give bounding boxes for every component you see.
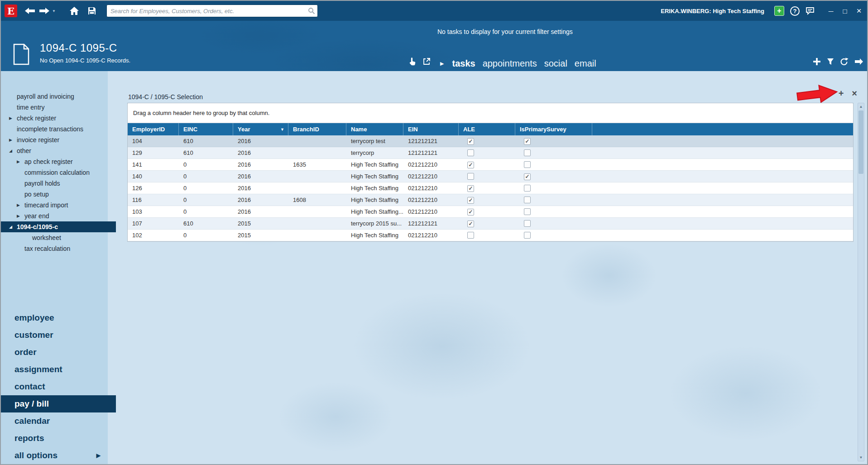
sidebar-item-timecard-import[interactable]: ▶timecard import — [1, 200, 108, 211]
sidebar-item-payroll-holds[interactable]: payroll holds — [1, 178, 108, 189]
sidebar-item-check-register[interactable]: ▶check register — [1, 113, 108, 124]
scrollbar-thumb[interactable] — [858, 110, 863, 174]
isprimarysurvey-checkbox[interactable]: ✓ — [524, 138, 531, 145]
isprimarysurvey-checkbox[interactable] — [524, 161, 531, 168]
history-dropdown-icon[interactable]: ▼ — [52, 9, 56, 13]
panel-add-button[interactable]: + — [839, 89, 844, 97]
nav-item-pay-bill[interactable]: pay / bill — [1, 395, 116, 412]
tree-collapsed-icon[interactable]: ▶ — [9, 138, 17, 142]
tree-collapsed-icon[interactable]: ▶ — [9, 116, 17, 120]
column-header-branchid[interactable]: BranchID — [288, 123, 346, 135]
ale-checkbox[interactable]: ✓ — [467, 162, 474, 168]
sidebar-item-invoice-register[interactable]: ▶invoice register — [1, 134, 108, 145]
ale-checkbox[interactable] — [467, 149, 474, 156]
nav-item-all-options[interactable]: all options▶ — [1, 447, 108, 464]
ale-checkbox[interactable] — [467, 232, 474, 239]
ale-checkbox[interactable]: ✓ — [467, 185, 474, 192]
forward-button[interactable] — [39, 7, 50, 14]
sidebar-item-1094-c-1095-c[interactable]: ◢1094-c/1095-c — [1, 221, 116, 232]
table-row[interactable]: 14002016High Tech Staffing021212210✓ — [128, 171, 853, 182]
isprimarysurvey-checkbox[interactable]: ✓ — [524, 173, 531, 180]
popout-button[interactable] — [423, 58, 431, 65]
sidebar-item-incomplete-transactions[interactable]: incomplete transactions — [1, 124, 108, 134]
sidebar-item-year-end[interactable]: ▶year end — [1, 211, 108, 221]
nav-item-contact[interactable]: contact — [1, 378, 108, 395]
tree-expanded-icon[interactable]: ◢ — [9, 149, 17, 153]
column-header-year[interactable]: Year▼ — [233, 123, 288, 135]
table-row[interactable]: 1296102016terrycorp121212121 — [128, 147, 853, 159]
tree-collapsed-icon[interactable]: ▶ — [17, 159, 24, 164]
tree-collapsed-icon[interactable]: ▶ — [17, 203, 24, 207]
tab-email[interactable]: email — [575, 58, 596, 69]
column-header-einc[interactable]: EINC — [179, 123, 233, 135]
maximize-button[interactable]: □ — [841, 7, 849, 15]
app-logo[interactable]: E — [5, 5, 17, 17]
filter-button[interactable] — [827, 58, 834, 65]
nav-item-employee[interactable]: employee — [1, 309, 108, 326]
nav-item-calendar[interactable]: calendar — [1, 412, 108, 430]
tab-tasks[interactable]: tasks — [452, 58, 475, 69]
nav-item-order[interactable]: order — [1, 344, 108, 361]
vertical-scrollbar[interactable]: ▲ ▼ — [858, 103, 864, 461]
tab-social[interactable]: social — [544, 58, 567, 69]
back-button[interactable] — [24, 7, 35, 14]
group-by-bar[interactable]: Drag a column header here to group by th… — [128, 103, 853, 123]
column-header-label: Name — [351, 126, 367, 133]
isprimarysurvey-checkbox[interactable] — [524, 149, 531, 156]
ale-checkbox[interactable]: ✓ — [467, 221, 474, 227]
table-row[interactable]: 10302016High Tech Staffing...021212210✓ — [128, 206, 853, 218]
ale-checkbox[interactable]: ✓ — [467, 138, 474, 145]
sidebar-item-ap-check-register[interactable]: ▶ap check register — [1, 156, 108, 167]
tab-appointments[interactable]: appointments — [483, 58, 537, 69]
sidebar-tree: payroll and invoicingtime entry▶check re… — [1, 71, 108, 254]
next-button[interactable] — [854, 58, 863, 65]
isprimarysurvey-checkbox[interactable] — [524, 197, 531, 203]
column-header-name[interactable]: Name — [346, 123, 403, 135]
quick-add-button[interactable]: + — [774, 6, 784, 16]
save-button[interactable] — [87, 6, 96, 15]
column-header-ale[interactable]: ALE — [459, 123, 515, 135]
table-row[interactable]: 1076102015terrycorp 2015 su...121212121✓ — [128, 218, 853, 230]
search-input[interactable] — [107, 5, 306, 16]
minimize-button[interactable]: ─ — [827, 7, 834, 15]
close-button[interactable]: × — [855, 8, 863, 14]
isprimarysurvey-checkbox[interactable] — [524, 220, 531, 227]
sidebar-item-payroll-and-invoicing[interactable]: payroll and invoicing — [1, 91, 108, 102]
search-icon[interactable] — [306, 7, 317, 14]
sidebar-item-po-setup[interactable]: po setup — [1, 189, 108, 200]
isprimarysurvey-checkbox[interactable] — [524, 185, 531, 192]
ale-checkbox[interactable]: ✓ — [467, 209, 474, 216]
sidebar-item-time-entry[interactable]: time entry — [1, 102, 108, 113]
column-header-ein[interactable]: EIN — [403, 123, 459, 135]
table-row[interactable]: 1046102016terrycorp test121212121✓✓ — [128, 135, 853, 147]
add-task-button[interactable] — [813, 58, 821, 66]
sidebar-item-worksheet[interactable]: worksheet — [1, 232, 108, 243]
tree-collapsed-icon[interactable]: ▶ — [17, 214, 24, 218]
table-row[interactable]: 141020161635High Tech Staffing021212210✓ — [128, 159, 853, 171]
sidebar-item-tax-recalculation[interactable]: tax recalculation — [1, 243, 108, 254]
feedback-button[interactable] — [806, 7, 815, 15]
tree-expanded-icon[interactable]: ◢ — [9, 225, 17, 229]
table-row[interactable]: 10202015High Tech Staffing021212210 — [128, 230, 853, 241]
column-header-isprimarysurvey[interactable]: IsPrimarySurvey — [515, 123, 592, 135]
sort-desc-icon[interactable]: ▼ — [280, 127, 284, 132]
sidebar-item-other[interactable]: ◢other — [1, 145, 108, 156]
ale-checkbox[interactable] — [467, 173, 474, 180]
table-row[interactable]: 12602016High Tech Staffing021212210✓ — [128, 182, 853, 194]
panel-close-button[interactable]: × — [852, 89, 857, 97]
isprimarysurvey-checkbox[interactable] — [524, 232, 531, 239]
nav-item-reports[interactable]: reports — [1, 430, 108, 447]
ale-checkbox[interactable]: ✓ — [467, 197, 474, 204]
hand-pointer-button[interactable] — [409, 57, 416, 66]
help-button[interactable]: ? — [790, 6, 800, 16]
scroll-down-icon[interactable]: ▼ — [858, 455, 864, 460]
column-header-employerid[interactable]: EmployerID — [128, 123, 179, 135]
nav-item-assignment[interactable]: assignment — [1, 361, 108, 378]
refresh-button[interactable] — [840, 58, 849, 66]
scroll-up-icon[interactable]: ▲ — [858, 105, 864, 109]
home-button[interactable] — [69, 6, 79, 15]
nav-item-customer[interactable]: customer — [1, 326, 108, 344]
sidebar-item-commission-calculation[interactable]: commission calculation — [1, 167, 108, 178]
isprimarysurvey-checkbox[interactable] — [524, 208, 531, 215]
table-row[interactable]: 116020161608High Tech Staffing021212210✓ — [128, 194, 853, 206]
